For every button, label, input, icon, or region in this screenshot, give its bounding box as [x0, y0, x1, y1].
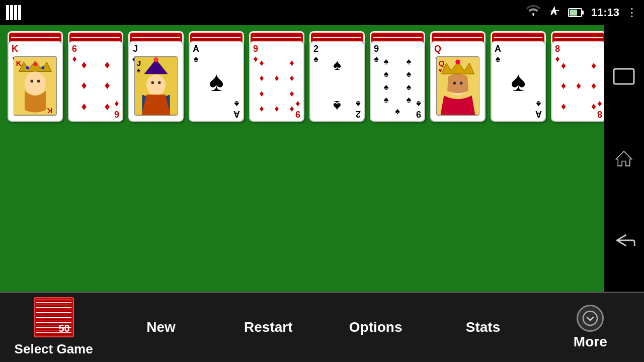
svg-text:♣: ♣ — [137, 67, 141, 73]
svg-marker-31 — [616, 151, 631, 166]
card-stack-1[interactable]: K♥ — [8, 31, 63, 127]
svg-point-9 — [37, 80, 40, 83]
svg-text:K: K — [16, 59, 22, 67]
svg-point-0 — [532, 15, 534, 16]
svg-point-16 — [153, 57, 158, 62]
card-stack-3[interactable]: J♣ — [128, 31, 184, 127]
game-area: K♥ — [0, 25, 604, 292]
select-game-label: Select Game — [15, 341, 93, 357]
select-game-thumbnail: 50 — [34, 297, 74, 337]
battery-icon: ⚡ — [568, 8, 584, 18]
svg-point-8 — [30, 80, 33, 83]
game-number: 50 — [58, 323, 69, 334]
card-stack-6[interactable]: 2♠ 2♠ ♠ ♠ — [309, 31, 365, 127]
card-stack-5[interactable]: 9♦ 9♦ ♦ ♦ ♦ ♦ ♦ ♦ ♦ ♦ ♦ ♦ — [249, 31, 304, 127]
status-right: ⚡ 11:13 ⋮ — [526, 5, 638, 21]
card-stack-2[interactable]: 6♦ 6♦ ♦ ♦ ♦ ♦ ♦ ♦ — [68, 31, 123, 127]
landscape-button[interactable] — [609, 64, 639, 89]
select-game-button[interactable]: 50 Select Game — [0, 292, 107, 362]
status-bar: ⚡ 11:13 ⋮ — [0, 0, 644, 25]
cards-row: K♥ — [0, 25, 604, 133]
barcode-icon — [6, 5, 21, 20]
home-button[interactable] — [609, 146, 639, 171]
overflow-menu-icon[interactable]: ⋮ — [626, 6, 638, 19]
bottom-bar: 50 Select Game New Restart Options Stats… — [0, 292, 644, 362]
card-stack-10[interactable]: 8♦ 8♦ ♦ ♦ ♦ ♦ ♦ ♦ ♦ — [551, 31, 604, 127]
restart-label: Restart — [244, 319, 292, 335]
svg-point-10 — [33, 62, 37, 66]
svg-rect-2 — [582, 11, 584, 15]
options-button[interactable]: Options — [322, 292, 429, 362]
svg-text:⚡: ⚡ — [571, 11, 576, 16]
status-left — [6, 5, 21, 20]
more-button[interactable]: More — [537, 292, 644, 362]
wifi-icon — [526, 5, 541, 20]
svg-point-7 — [25, 71, 46, 96]
card-stack-7[interactable]: 9♠ 9♠ ♠ ♠ ♠ ♠ ♠ ♠ ♠ ♠ ♠ — [370, 31, 425, 127]
options-label: Options — [349, 319, 403, 335]
right-nav — [604, 25, 644, 292]
new-game-label: New — [146, 319, 176, 335]
svg-point-26 — [453, 81, 456, 84]
airplane-icon — [548, 5, 561, 21]
time-display: 11:13 — [591, 6, 619, 19]
stats-button[interactable]: Stats — [429, 292, 536, 362]
stats-label: Stats — [466, 319, 500, 335]
card-stack-4[interactable]: A♠ A♠ ♠ — [189, 31, 244, 127]
svg-point-24 — [455, 60, 460, 65]
card-stack-9[interactable]: A♠ A♠ ♠ — [491, 31, 546, 127]
svg-text:Q: Q — [439, 59, 445, 67]
svg-point-17 — [146, 74, 166, 96]
back-button[interactable] — [609, 228, 639, 253]
svg-rect-30 — [614, 69, 634, 84]
new-game-button[interactable]: New — [107, 292, 214, 362]
king-face: K K — [14, 56, 57, 116]
more-circle-icon — [577, 305, 604, 332]
svg-text:♥: ♥ — [439, 67, 442, 73]
svg-point-32 — [583, 311, 597, 325]
svg-text:J: J — [137, 59, 141, 67]
more-label: More — [574, 334, 607, 350]
svg-point-19 — [158, 81, 161, 84]
restart-button[interactable]: Restart — [215, 292, 322, 362]
svg-point-12 — [41, 66, 44, 69]
svg-point-27 — [460, 81, 463, 84]
card-stack-8[interactable]: Q♥ — [430, 31, 486, 127]
svg-text:K: K — [47, 107, 52, 115]
svg-point-11 — [26, 66, 29, 69]
svg-point-18 — [151, 81, 154, 84]
